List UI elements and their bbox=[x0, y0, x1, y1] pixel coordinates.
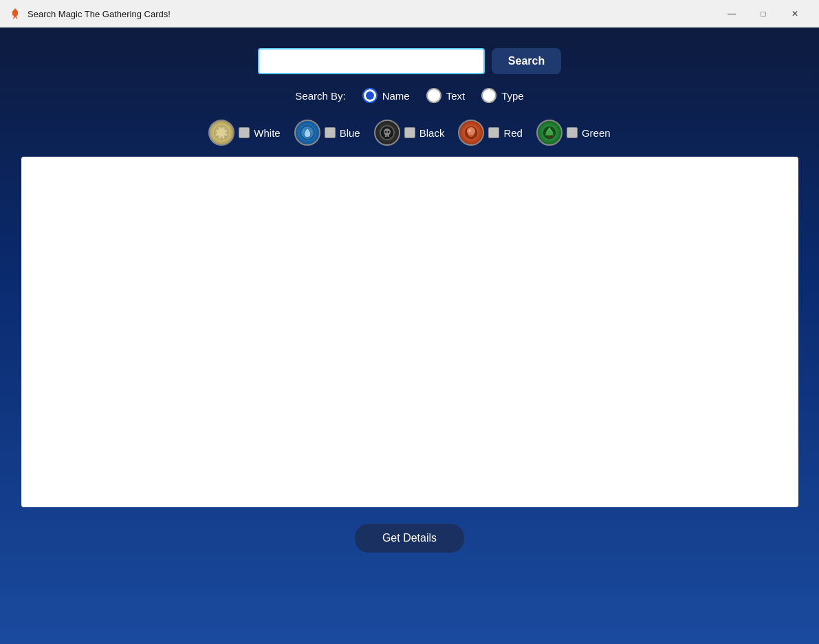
red-symbol bbox=[458, 120, 484, 146]
radio-text-label: Text bbox=[446, 90, 466, 102]
black-checkbox[interactable] bbox=[404, 127, 415, 138]
close-button[interactable]: ✕ bbox=[779, 3, 811, 24]
blue-checkbox[interactable] bbox=[325, 127, 336, 138]
svg-point-19 bbox=[468, 129, 471, 132]
radio-text-indicator bbox=[426, 88, 441, 103]
svg-line-9 bbox=[217, 135, 219, 137]
svg-point-18 bbox=[467, 127, 475, 135]
black-symbol bbox=[374, 120, 400, 146]
get-details-button[interactable]: Get Details bbox=[355, 524, 464, 553]
titlebar: Search Magic The Gathering Cards! — □ ✕ bbox=[0, 0, 819, 27]
svg-rect-23 bbox=[548, 135, 551, 138]
color-white-option: White bbox=[208, 120, 280, 146]
titlebar-title: Search Magic The Gathering Cards! bbox=[28, 9, 716, 19]
radio-name[interactable]: Name bbox=[362, 88, 410, 103]
red-label: Red bbox=[503, 127, 523, 139]
svg-line-6 bbox=[217, 129, 219, 130]
search-row: Search bbox=[258, 48, 561, 74]
main-content: Search Search By: Name Text Type bbox=[0, 27, 819, 644]
radio-type-label: Type bbox=[501, 90, 524, 102]
green-label: Green bbox=[582, 127, 611, 139]
color-black-option: Black bbox=[374, 120, 445, 146]
color-green-option: Green bbox=[536, 120, 611, 146]
radio-name-label: Name bbox=[382, 90, 410, 102]
radio-type-indicator bbox=[481, 88, 496, 103]
svg-point-16 bbox=[387, 131, 389, 133]
maximize-button[interactable]: □ bbox=[747, 3, 779, 24]
green-symbol bbox=[536, 120, 563, 146]
search-button[interactable]: Search bbox=[492, 48, 561, 74]
window-controls: — □ ✕ bbox=[716, 3, 811, 24]
radio-type[interactable]: Type bbox=[481, 88, 524, 103]
white-symbol bbox=[208, 120, 234, 146]
radio-text[interactable]: Text bbox=[426, 88, 466, 103]
searchby-label: Search By: bbox=[295, 90, 345, 102]
app-icon bbox=[8, 7, 22, 21]
color-blue-option: Blue bbox=[294, 120, 360, 146]
svg-rect-14 bbox=[387, 135, 389, 137]
white-checkbox[interactable] bbox=[239, 127, 250, 138]
red-checkbox[interactable] bbox=[488, 127, 499, 138]
search-input[interactable] bbox=[258, 48, 485, 74]
svg-rect-13 bbox=[385, 135, 387, 137]
svg-point-1 bbox=[219, 130, 224, 135]
black-label: Black bbox=[419, 127, 445, 139]
minimize-button[interactable]: — bbox=[716, 3, 747, 24]
colors-row: White Blue bbox=[208, 120, 610, 146]
svg-line-7 bbox=[225, 135, 226, 137]
radio-name-indicator bbox=[362, 88, 378, 103]
results-area bbox=[21, 157, 798, 507]
white-label: White bbox=[254, 127, 280, 139]
color-red-option: Red bbox=[458, 120, 523, 146]
green-checkbox[interactable] bbox=[567, 127, 578, 138]
blue-symbol bbox=[294, 120, 320, 146]
svg-line-8 bbox=[225, 129, 226, 130]
searchby-row: Search By: Name Text Type bbox=[295, 88, 523, 103]
svg-point-15 bbox=[384, 131, 386, 133]
blue-label: Blue bbox=[340, 127, 360, 139]
